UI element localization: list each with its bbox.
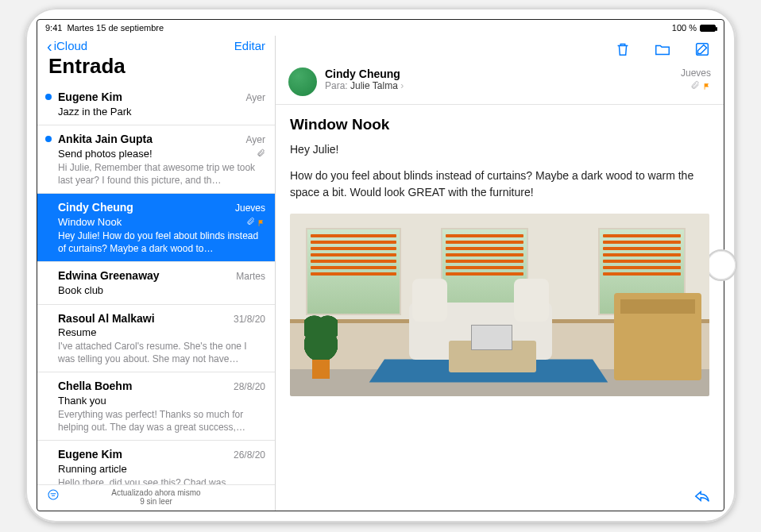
inline-image[interactable]	[290, 214, 709, 396]
message-body: Hey Julie! How do you feel about blinds …	[276, 141, 724, 210]
status-time: 9:41	[45, 23, 62, 33]
compose-button[interactable]	[693, 40, 711, 58]
row-subject: Book club	[58, 283, 103, 298]
row-sender: Edwina Greenaway	[58, 268, 160, 283]
attachment-icon	[246, 218, 255, 227]
unread-dot-icon	[45, 136, 52, 142]
to-name: Julie Talma	[350, 80, 398, 91]
flag-icon	[257, 219, 265, 227]
row-preview: Hi Julie, Remember that awesome trip we …	[58, 161, 265, 187]
battery-icon	[700, 25, 716, 32]
row-date: 28/8/20	[234, 380, 265, 393]
footer-unread: 9 sin leer	[37, 497, 275, 506]
avatar[interactable]	[288, 67, 317, 96]
row-subject: Send photos please!	[58, 147, 153, 161]
chevron-right-icon: ›	[400, 80, 404, 91]
message-subject: Window Nook	[276, 105, 724, 141]
row-date: Jueves	[235, 202, 265, 214]
row-subject: Running article	[58, 462, 127, 476]
status-bar: 9:41 Martes 15 de septiembre 100 %	[37, 20, 724, 36]
row-sender: Ankita Jain Gupta	[58, 132, 153, 147]
row-sender: Chella Boehm	[58, 379, 132, 394]
chevron-left-icon: ‹	[47, 40, 52, 52]
reply-button[interactable]	[693, 487, 711, 504]
row-sender: Eugene Kim	[58, 90, 122, 105]
to-line[interactable]: Para: Julie Talma ›	[325, 80, 673, 91]
row-subject: Thank you	[58, 394, 106, 408]
footer-updated: Actualizado ahora mismo	[37, 488, 275, 497]
message-row[interactable]: Ankita Jain GuptaAyerSend photos please!…	[37, 125, 275, 194]
row-sender: Cindy Cheung	[58, 200, 133, 215]
message-list[interactable]: Eugene KimAyerJazz in the ParkAnkita Jai…	[37, 83, 275, 484]
move-button[interactable]	[654, 40, 671, 58]
filter-button[interactable]	[47, 488, 60, 503]
message-header: Cindy Cheung Para: Julie Talma › Jueves	[276, 61, 724, 105]
message-row[interactable]: Eugene Kim26/8/20Running articleHello th…	[37, 441, 275, 484]
row-sender: Rasoul Al Malkawi	[58, 311, 155, 326]
body-text: How do you feel about blinds instead of …	[290, 168, 709, 201]
row-preview: Hey Julie! How do you feel about blinds …	[58, 229, 265, 255]
row-sender: Eugene Kim	[58, 447, 122, 462]
row-date: 31/8/20	[234, 313, 265, 326]
row-subject: Window Nook	[58, 215, 122, 229]
message-row[interactable]: Cindy CheungJuevesWindow Nook Hey Julie!…	[37, 194, 275, 262]
back-button[interactable]: ‹ iCloud	[47, 39, 87, 52]
row-date: 26/8/20	[234, 449, 265, 461]
svg-point-0	[48, 490, 58, 499]
status-date: Martes 15 de septiembre	[67, 23, 164, 33]
message-row[interactable]: Edwina GreenawayMartesBook club	[37, 262, 275, 304]
row-date: Ayer	[246, 133, 265, 146]
row-date: Martes	[236, 270, 265, 283]
flag-icon	[703, 83, 711, 91]
row-subject: Jazz in the Park	[58, 105, 132, 119]
reader-toolbar	[276, 36, 724, 61]
body-greeting: Hey Julie!	[290, 141, 709, 158]
list-footer: Actualizado ahora mismo 9 sin leer	[37, 484, 275, 511]
edit-button[interactable]: Editar	[234, 39, 265, 52]
trash-button[interactable]	[614, 40, 632, 58]
row-subject: Resume	[58, 326, 96, 340]
unread-dot-icon	[45, 94, 52, 100]
to-label: Para:	[325, 80, 348, 91]
from-name[interactable]: Cindy Cheung	[325, 67, 673, 80]
message-date: Jueves	[681, 67, 711, 79]
message-row[interactable]: Chella Boehm28/8/20Thank youEverything w…	[37, 372, 275, 441]
battery-pct: 100 %	[672, 23, 697, 33]
attachment-icon	[690, 80, 700, 92]
back-label: iCloud	[54, 39, 88, 52]
mailbox-title: Entrada	[37, 54, 275, 83]
message-row[interactable]: Eugene KimAyerJazz in the Park	[37, 83, 275, 125]
attachment-icon	[257, 149, 265, 159]
row-preview: Everything was perfect! Thanks so much f…	[58, 408, 265, 434]
row-preview: Hello there, did you see this? Chad was	[58, 476, 265, 484]
row-preview: I've attached Carol's resume. She's the …	[58, 340, 265, 365]
message-row[interactable]: Rasoul Al Malkawi31/8/20ResumeI've attac…	[37, 305, 275, 373]
row-date: Ayer	[246, 91, 265, 104]
